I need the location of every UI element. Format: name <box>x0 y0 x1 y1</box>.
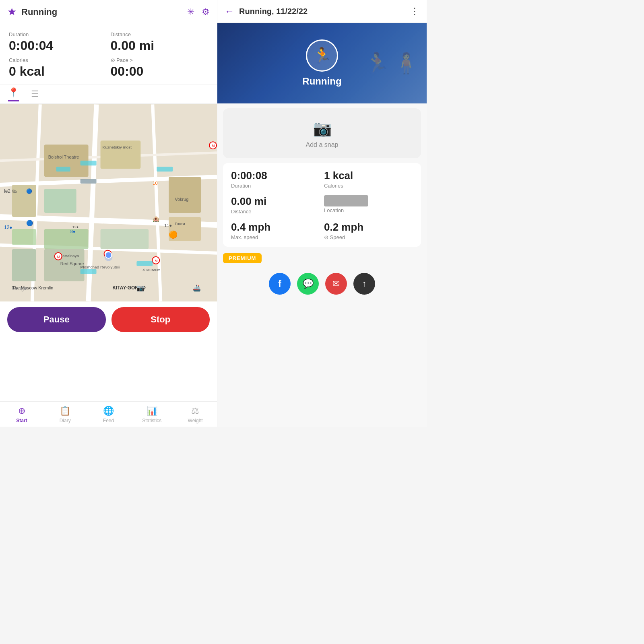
svg-rect-13 <box>169 177 201 213</box>
svg-point-41 <box>105 252 112 258</box>
detail-max-speed-label: Max. speed <box>231 234 320 240</box>
snap-section[interactable]: 📷 Add a snap <box>223 108 421 158</box>
map-container[interactable]: Bolshoi Theatre Kuznetskiy most Teatraln… <box>0 104 217 301</box>
location-tab-icon[interactable]: 📍 <box>8 87 19 101</box>
stat-distance-value: 0.00 mi <box>111 38 155 53</box>
detail-distance-value: 0.00 mi <box>231 195 320 208</box>
general-share-button[interactable]: ↑ <box>353 273 375 295</box>
map-section: Bolshoi Theatre Kuznetskiy most Teatraln… <box>0 104 217 401</box>
svg-text:M: M <box>155 259 157 263</box>
nav-feed-label: Feed <box>103 418 114 423</box>
pause-button[interactable]: Pause <box>7 307 106 332</box>
svg-text:le2 🛍: le2 🛍 <box>4 188 17 194</box>
svg-rect-10 <box>44 189 76 213</box>
right-panel: ← Running, 11/22/22 ⋮ 🏃🧍 🏃 Running 📷 Add… <box>217 0 427 427</box>
svg-rect-45 <box>80 269 97 274</box>
mail-share-button[interactable]: ✉ <box>325 273 347 295</box>
premium-badge[interactable]: PREMIUM <box>223 253 262 263</box>
svg-text:8●: 8● <box>70 229 76 234</box>
detail-max-speed: 0.4 mph Max. speed <box>231 221 320 240</box>
hero-figures: 🏃🧍 <box>365 23 419 103</box>
svg-rect-44 <box>157 167 173 171</box>
svg-text:🔵: 🔵 <box>26 220 33 227</box>
stat-pace: ⊘ Pace > 00:00 <box>111 57 208 79</box>
more-icon[interactable]: ⋮ <box>410 6 419 17</box>
svg-text:🟠: 🟠 <box>169 230 178 239</box>
diary-icon: 📋 <box>60 406 70 416</box>
premium-section: PREMIUM <box>217 251 427 269</box>
whatsapp-icon: 💬 <box>303 279 314 289</box>
svg-text:📷: 📷 <box>136 284 144 292</box>
nav-start[interactable]: ⊕ Start <box>0 404 43 425</box>
snowflake-icon[interactable]: ✳ <box>187 7 194 17</box>
nav-start-label: Start <box>16 418 27 423</box>
detail-location: Location <box>324 195 413 215</box>
svg-text:🚢: 🚢 <box>193 284 201 292</box>
facebook-share-button[interactable]: f <box>269 273 291 295</box>
svg-text:Vokrug: Vokrug <box>175 197 188 202</box>
stat-duration-value: 0:00:04 <box>9 38 53 53</box>
svg-rect-46 <box>56 167 70 171</box>
svg-text:🏨: 🏨 <box>153 216 160 223</box>
right-header: ← Running, 11/22/22 ⋮ <box>217 0 427 23</box>
header-icons: ✳ ⚙ <box>187 7 210 17</box>
svg-text:Гости: Гости <box>175 221 185 226</box>
detail-duration-value: 0:00:08 <box>231 169 320 182</box>
mail-icon: ✉ <box>332 279 340 289</box>
detail-duration-label: Duration <box>231 183 320 189</box>
right-title: Running, 11/22/22 <box>239 7 410 16</box>
detail-speed-label: ⊘ Speed <box>324 234 413 240</box>
star-icon[interactable]: ★ <box>7 6 17 18</box>
detail-speed-value: 0.2 mph <box>324 221 413 233</box>
left-header: ★ Running ✳ ⚙ <box>0 0 217 24</box>
svg-text:12●: 12● <box>4 225 12 230</box>
detail-location-label: Location <box>324 207 413 213</box>
app-title: Running <box>21 7 187 17</box>
svg-text:11●: 11● <box>164 223 172 228</box>
stats-grid: Duration 0:00:04 Distance 0.00 mi Calori… <box>0 24 217 85</box>
nav-diary[interactable]: 📋 Diary <box>43 404 87 425</box>
stat-calories-value: 0 kcal <box>9 64 45 78</box>
svg-text:M: M <box>212 144 215 148</box>
statistics-icon: 📊 <box>147 406 157 416</box>
svg-rect-48 <box>80 179 97 184</box>
nav-statistics-label: Statistics <box>142 418 161 423</box>
detail-calories: 1 kcal Calories <box>324 169 413 189</box>
svg-rect-16 <box>12 249 36 281</box>
svg-text:al Museum: al Museum <box>142 268 160 272</box>
nav-weight[interactable]: ⚖ Weight <box>173 404 217 425</box>
bottom-nav: ⊕ Start 📋 Diary 🌐 Feed 📊 Statistics ⚖ We… <box>0 401 217 427</box>
stat-pace-value: 00:00 <box>111 64 144 78</box>
stat-distance-label: Distance <box>111 31 208 37</box>
stat-duration-label: Duration <box>9 31 107 37</box>
hero-label: Running <box>302 76 341 87</box>
snap-label: Add a snap <box>306 141 339 149</box>
stat-distance: Distance 0.00 mi <box>111 31 208 53</box>
stat-pace-label: ⊘ Pace > <box>111 57 208 63</box>
svg-rect-43 <box>80 161 97 165</box>
camera-icon: 📷 <box>313 120 332 137</box>
lines-tab-icon[interactable]: ☰ <box>31 89 39 99</box>
svg-text:10: 10 <box>153 181 157 186</box>
nav-statistics[interactable]: 📊 Statistics <box>130 404 173 425</box>
gear-icon[interactable]: ⚙ <box>202 7 210 17</box>
whatsapp-share-button[interactable]: 💬 <box>297 273 319 295</box>
stop-button[interactable]: Stop <box>111 307 210 332</box>
detail-distance-label: Distance <box>231 208 320 215</box>
weight-icon: ⚖ <box>191 406 199 416</box>
svg-text:12●: 12● <box>72 225 78 229</box>
hero-circle: 🏃 <box>306 39 338 72</box>
svg-text:🔵: 🔵 <box>26 188 32 194</box>
detail-calories-label: Calories <box>324 183 413 189</box>
svg-text:Bolshoi Theatre: Bolshoi Theatre <box>48 155 79 159</box>
svg-rect-17 <box>44 229 89 249</box>
stat-calories-label: Calories <box>9 57 107 63</box>
back-icon[interactable]: ← <box>225 6 234 17</box>
stat-duration: Duration 0:00:04 <box>9 31 107 53</box>
share-bar: f 💬 ✉ ↑ <box>217 269 427 301</box>
nav-weight-label: Weight <box>188 418 203 423</box>
detail-duration: 0:00:08 Duration <box>231 169 320 189</box>
svg-rect-47 <box>136 261 153 266</box>
nav-feed[interactable]: 🌐 Feed <box>87 404 130 425</box>
svg-rect-11 <box>101 229 149 249</box>
